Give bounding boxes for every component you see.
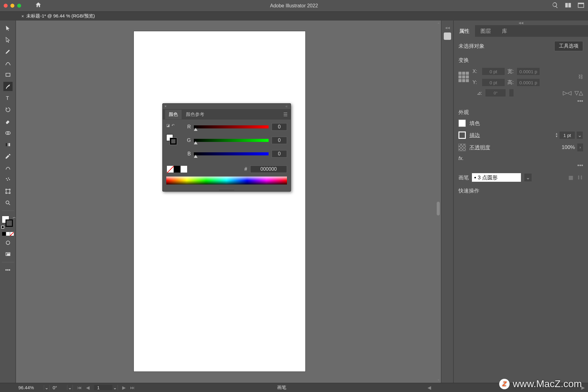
shape-builder-tool-icon[interactable] [3, 128, 13, 138]
reference-point-icon[interactable] [458, 72, 469, 82]
first-artboard-icon[interactable]: ⏮ [76, 385, 83, 390]
close-tab-icon[interactable]: × [21, 14, 24, 19]
last-color-icon[interactable]: ↶ [172, 123, 175, 127]
transform-more-icon[interactable]: ••• [458, 98, 583, 105]
color-spectrum[interactable] [166, 177, 287, 185]
edit-toolbar-icon[interactable]: ••• [3, 265, 13, 275]
default-fill-stroke-icon[interactable] [1, 226, 4, 229]
panel-close-icon[interactable]: × [164, 104, 167, 108]
expand-dock-icon[interactable]: ◀◀ [445, 26, 450, 29]
rotate-input[interactable] [485, 89, 506, 97]
tab-layers[interactable]: 图层 [475, 25, 496, 37]
none-color-swatch[interactable] [167, 166, 174, 173]
home-icon[interactable] [35, 2, 42, 10]
flip-horizontal-icon[interactable]: ▷◁ [563, 89, 571, 96]
r-slider[interactable] [194, 125, 269, 128]
brush-definition-select[interactable]: 3 点圆形 [472, 173, 521, 182]
r-input[interactable] [272, 123, 287, 131]
panel-collapse-icon[interactable]: « [285, 104, 288, 108]
opacity-dropdown-icon[interactable]: › [577, 143, 583, 151]
collapse-panels-icon[interactable]: ◀◀ [454, 21, 588, 25]
type-tool-icon[interactable]: T [3, 93, 13, 103]
hex-input[interactable] [250, 166, 287, 173]
rectangle-tool-icon[interactable] [3, 70, 13, 79]
draw-mode-icon[interactable] [3, 238, 13, 247]
zoom-tool-icon[interactable] [3, 198, 13, 207]
width-input[interactable] [517, 67, 540, 75]
opacity-swatch-icon[interactable] [458, 144, 466, 151]
link-wh-icon[interactable]: ⛓ [578, 74, 583, 80]
gradient-tool-icon[interactable] [3, 140, 13, 149]
b-slider-thumb[interactable] [194, 155, 198, 158]
color-tab[interactable]: 颜色 [165, 110, 182, 119]
minimize-window-button[interactable] [10, 4, 14, 8]
brush-options-icon[interactable]: ▦ [568, 174, 573, 181]
color-panel[interactable]: × « 颜色 颜色参考 ☰ ◪ ↶ R G [162, 103, 291, 192]
maximize-window-button[interactable] [17, 4, 21, 8]
hscroll-left-icon[interactable]: ◀ [424, 385, 434, 390]
document-tab[interactable]: × 未标题-1* @ 96.44 % (RGB/预览) [21, 13, 95, 19]
selection-tool-icon[interactable] [3, 24, 13, 33]
artboard-tool-icon[interactable] [3, 187, 13, 196]
brush-libraries-icon[interactable]: ⫿⫿ [578, 174, 583, 181]
tool-options-button[interactable]: 工具选项 [554, 41, 583, 51]
appearance-more-icon[interactable]: ••• [458, 162, 583, 169]
b-input[interactable] [272, 150, 287, 158]
stroke-width-dropdown-icon[interactable]: ⌄ [576, 131, 583, 139]
comment-panel-icon[interactable] [444, 32, 451, 40]
artboard-number-input[interactable]: 1 [94, 385, 112, 390]
search-icon[interactable] [552, 2, 559, 10]
next-artboard-icon[interactable]: ▶ [121, 385, 127, 390]
stroke-width-input[interactable] [559, 131, 575, 139]
panel-fill-stroke-swatch[interactable] [166, 134, 179, 147]
fill-stroke-swatch[interactable]: ⤺ [2, 216, 14, 228]
last-artboard-icon[interactable]: ⏭ [129, 385, 136, 390]
stroke-swatch[interactable] [458, 131, 466, 139]
swap-fill-stroke-icon[interactable]: ⤺ [13, 216, 16, 220]
stroke-stepper-icon[interactable]: ▲▼ [555, 132, 558, 138]
y-input[interactable] [482, 78, 505, 86]
symbol-sprayer-tool-icon[interactable] [3, 175, 13, 184]
blend-tool-icon[interactable] [3, 163, 13, 173]
zoom-dropdown-icon[interactable]: ⌄ [44, 385, 50, 390]
g-slider-thumb[interactable] [194, 141, 198, 144]
white-swatch[interactable] [180, 166, 187, 173]
fill-swatch[interactable] [458, 120, 466, 127]
rotation-dropdown-icon[interactable]: ⌄ [67, 385, 73, 390]
eyedropper-tool-icon[interactable] [3, 152, 13, 161]
g-slider[interactable] [194, 139, 269, 142]
prev-artboard-icon[interactable]: ◀ [85, 385, 91, 390]
flip-vertical-icon[interactable]: ▽△ [575, 89, 583, 96]
x-input[interactable] [482, 67, 505, 75]
close-window-button[interactable] [4, 4, 8, 8]
artboard[interactable] [134, 31, 305, 371]
paintbrush-tool-icon[interactable] [3, 82, 13, 91]
eraser-tool-icon[interactable] [3, 117, 13, 126]
scroll-up-icon[interactable]: ⌃ [437, 22, 440, 26]
color-mode-row[interactable] [2, 232, 14, 236]
artboard-dropdown-icon[interactable]: ⌄ [112, 385, 118, 390]
color-guide-tab[interactable]: 颜色参考 [182, 110, 208, 119]
rotate-dropdown-icon[interactable] [509, 89, 514, 97]
height-input[interactable] [517, 78, 540, 86]
arrange-documents-icon[interactable] [565, 2, 571, 10]
panel-menu-icon[interactable]: ☰ [283, 112, 288, 117]
tab-libraries[interactable]: 库 [496, 25, 513, 37]
scroll-down-icon[interactable]: ⌄ [437, 377, 440, 381]
direct-selection-tool-icon[interactable] [3, 35, 13, 44]
pen-tool-icon[interactable] [3, 47, 13, 56]
swap-panel-swatch-icon[interactable]: ◪ [166, 123, 170, 127]
screen-mode-icon[interactable] [3, 250, 13, 259]
tab-properties[interactable]: 属性 [454, 25, 475, 37]
rotate-tool-icon[interactable] [3, 105, 13, 114]
black-swatch[interactable] [174, 166, 180, 173]
rotation-value[interactable]: 0° [50, 385, 67, 390]
curvature-tool-icon[interactable] [3, 59, 13, 68]
g-input[interactable] [272, 137, 287, 144]
canvas-area[interactable]: ⌃ ⌄ [16, 21, 441, 383]
panel-resize-grip[interactable] [163, 188, 291, 191]
vertical-scrollbar-thumb[interactable] [437, 202, 440, 215]
workspace-icon[interactable] [578, 2, 584, 10]
b-slider[interactable] [194, 152, 269, 155]
zoom-value[interactable]: 96.44% [16, 385, 44, 390]
